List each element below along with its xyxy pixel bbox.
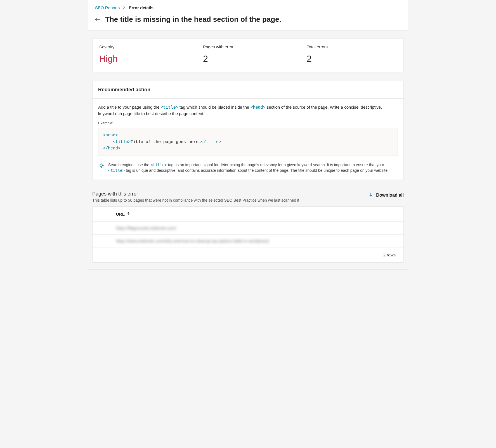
table-row[interactable]: https://flagcounter.webnots.com/ bbox=[93, 222, 403, 235]
code-line: </title> bbox=[201, 140, 221, 144]
list-subtitle: This table lists up to 50 pages that wer… bbox=[92, 198, 299, 202]
stat-label: Severity bbox=[99, 44, 189, 49]
list-titles: Pages with this error This table lists u… bbox=[92, 191, 299, 202]
app-root: SEO Reports Error details The title is m… bbox=[88, 0, 408, 270]
breadcrumb-current: Error details bbox=[129, 5, 153, 10]
errors-table: URL https://flagcounter.webnots.com/ htt… bbox=[92, 206, 404, 263]
download-all-label: Download all bbox=[376, 193, 404, 198]
recommended-description: Add a title to your page using the <titl… bbox=[98, 104, 398, 117]
code-line: <title> bbox=[103, 140, 131, 144]
code-inline: <head> bbox=[250, 105, 265, 110]
text: tag as an important signal for determini… bbox=[167, 163, 384, 167]
tip-row: Search engines use the <title> tag as an… bbox=[98, 162, 398, 173]
stat-card-severity: Severity High bbox=[93, 39, 196, 72]
text: tag is unique and descriptive, and conta… bbox=[125, 168, 389, 173]
page-title: The title is missing in the head section… bbox=[105, 15, 281, 24]
stat-card-errors: Total errors 2 bbox=[300, 39, 403, 72]
page-header: SEO Reports Error details The title is m… bbox=[88, 0, 408, 31]
sort-ascending-icon bbox=[127, 212, 130, 216]
code-inline: <title> bbox=[108, 168, 125, 173]
back-arrow-icon[interactable] bbox=[95, 17, 101, 22]
stat-card-pages: Pages with error 2 bbox=[196, 39, 300, 72]
breadcrumb-link-seo-reports[interactable]: SEO Reports bbox=[95, 5, 120, 10]
example-code-block: <head> <title>Title of the page goes her… bbox=[98, 128, 398, 156]
stat-value-pages: 2 bbox=[203, 54, 293, 64]
url-cell: https://flagcounter.webnots.com/ bbox=[116, 226, 176, 230]
chevron-right-icon bbox=[123, 6, 125, 10]
code-line: Title of the page goes here… bbox=[131, 140, 201, 144]
table-footer: 2 rows bbox=[93, 247, 403, 262]
stat-label: Pages with error bbox=[203, 44, 293, 49]
download-icon bbox=[368, 193, 373, 198]
content: Severity High Pages with error 2 Total e… bbox=[88, 31, 408, 269]
stat-cards: Severity High Pages with error 2 Total e… bbox=[92, 39, 404, 72]
recommended-action-panel: Recommended action Add a title to your p… bbox=[92, 81, 404, 180]
svg-point-0 bbox=[100, 164, 102, 167]
panel-body: Add a title to your page using the <titl… bbox=[93, 99, 403, 180]
list-title: Pages with this error bbox=[92, 191, 299, 197]
list-header-row: Pages with this error This table lists u… bbox=[92, 191, 404, 202]
text: tag which should be placed inside the bbox=[178, 105, 251, 109]
example-label: Example: bbox=[98, 121, 398, 126]
stat-value-severity: High bbox=[99, 54, 189, 64]
table-header[interactable]: URL bbox=[93, 207, 403, 222]
stat-value-errors: 2 bbox=[307, 54, 397, 64]
pages-with-error-section: Pages with this error This table lists u… bbox=[92, 191, 404, 263]
breadcrumb: SEO Reports Error details bbox=[95, 5, 401, 10]
text: Add a title to your page using the bbox=[98, 105, 160, 109]
url-cell: https://www.webnots.com/why-and-how-to-c… bbox=[116, 239, 269, 243]
lightbulb-icon bbox=[98, 163, 104, 173]
stat-label: Total errors bbox=[307, 44, 397, 49]
download-all-button[interactable]: Download all bbox=[368, 193, 404, 198]
code-inline: <title> bbox=[150, 163, 167, 167]
table-row[interactable]: https://www.webnots.com/why-and-how-to-c… bbox=[93, 235, 403, 247]
col-url-label: URL bbox=[116, 212, 125, 216]
code-inline: <title> bbox=[160, 105, 178, 110]
code-line: </head> bbox=[103, 146, 121, 151]
title-row: The title is missing in the head section… bbox=[95, 15, 401, 24]
tip-text: Search engines use the <title> tag as an… bbox=[108, 162, 398, 173]
code-line: <head> bbox=[103, 133, 118, 138]
text: Search engines use the bbox=[108, 163, 150, 167]
panel-heading: Recommended action bbox=[93, 81, 403, 99]
